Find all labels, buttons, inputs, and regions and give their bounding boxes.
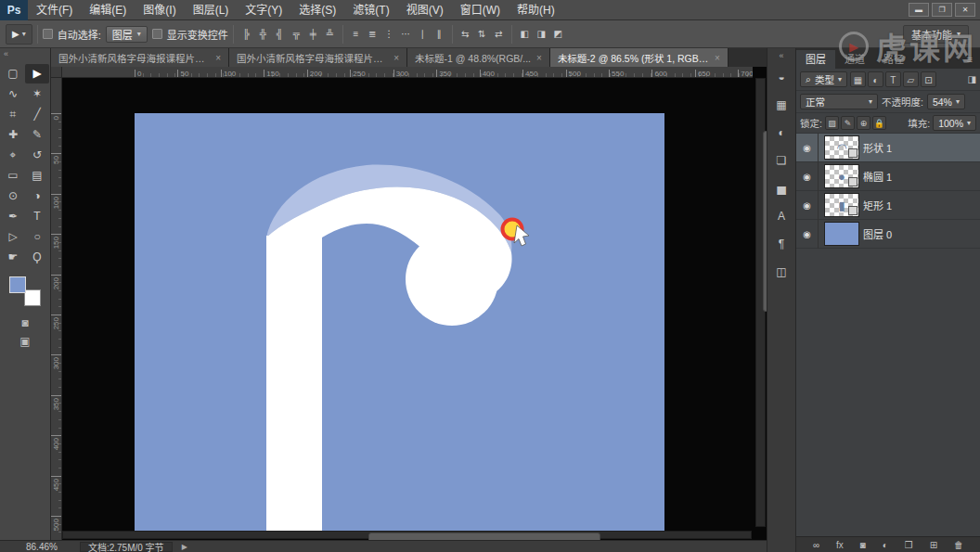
tab-close-icon[interactable]: × xyxy=(536,53,542,63)
vertical-scrollbar[interactable] xyxy=(755,78,766,527)
link-layers-icon[interactable]: ∞ xyxy=(813,537,819,552)
menu-item-6[interactable]: 滤镜(T) xyxy=(344,0,397,20)
layer-name[interactable]: 矩形 1 xyxy=(863,198,892,212)
menu-item-7[interactable]: 视图(V) xyxy=(398,0,452,20)
dodge-tool[interactable]: ◑ xyxy=(25,186,49,206)
document-tab-0[interactable]: 国外小清新风格字母海报课程片头.jpg × xyxy=(51,48,229,67)
vertical-ruler[interactable]: 0 50 100 150 200 250 300 350 400 450 500 xyxy=(51,78,62,540)
document-tab-2[interactable]: 未标题-1 @ 48.8%(RGB/... × xyxy=(407,48,550,67)
character-panel-icon[interactable]: A xyxy=(767,202,795,230)
distribute-icon-0[interactable]: ≡ xyxy=(348,26,364,42)
horizontal-scrollbar-thumb[interactable] xyxy=(368,533,600,540)
minimize-button[interactable]: ▬ xyxy=(909,3,929,17)
hand-tool[interactable]: ☛ xyxy=(1,248,25,267)
filter-type-layers-icon[interactable]: T xyxy=(885,71,901,87)
document-tab-1[interactable]: 国外小清新风格字母海报课程片尾.jpg × xyxy=(229,48,407,67)
ruler-origin-corner[interactable] xyxy=(51,67,62,78)
tab-close-icon[interactable]: × xyxy=(393,53,399,63)
paragraph-panel-icon[interactable]: ¶ xyxy=(767,230,795,258)
new-group-icon[interactable]: ❒ xyxy=(905,537,913,552)
close-button[interactable]: ✕ xyxy=(955,3,975,17)
layer-style-icon[interactable]: fx xyxy=(836,537,844,552)
auto-select-checkbox[interactable] xyxy=(43,29,53,39)
align-icon-2[interactable]: ╣ xyxy=(272,26,288,42)
filter-adjustment-layers-icon[interactable]: ◐ xyxy=(868,71,883,87)
layer-thumbnail[interactable]: ● xyxy=(824,164,859,188)
move-tool[interactable]: ▶ xyxy=(25,64,49,83)
pen-tool[interactable]: ✒ xyxy=(1,207,25,226)
layer-thumbnail[interactable]: ▮ xyxy=(824,193,859,217)
filter-shape-layers-icon[interactable]: ▱ xyxy=(903,71,919,87)
layer-row-3[interactable]: ◉ 图层 0 xyxy=(796,220,980,249)
foreground-color-swatch[interactable] xyxy=(9,276,26,293)
eraser-tool[interactable]: ▭ xyxy=(1,166,25,186)
auto-align-icon-1[interactable]: ⇅ xyxy=(474,26,490,42)
panels-collapse-icon[interactable]: « xyxy=(767,48,795,63)
filter-smart-object-icon[interactable]: ⊡ xyxy=(921,71,936,87)
align-icon-5[interactable]: ╩ xyxy=(322,26,338,42)
auto-select-target-dropdown[interactable]: 图层 ▾ xyxy=(106,26,148,43)
new-layer-icon[interactable]: ⊞ xyxy=(930,537,937,552)
styles-panel-icon[interactable]: ❏ xyxy=(767,147,795,174)
screen-mode-icon[interactable]: ▣ xyxy=(0,332,50,351)
quick-mask-icon[interactable]: ◙ xyxy=(0,314,50,332)
lock-all-icon[interactable]: 🔒 xyxy=(872,116,886,130)
layer-row-1[interactable]: ◉ ● 椭圆 1 xyxy=(796,162,980,191)
layer-filter-type-dropdown[interactable]: ⌕ 类型 ▾ xyxy=(800,71,847,87)
ellipse-tool[interactable]: ○ xyxy=(25,227,49,247)
tab-close-icon[interactable]: × xyxy=(715,53,720,63)
distribute-icon-5[interactable]: ∥ xyxy=(432,26,447,42)
menu-item-1[interactable]: 编辑(E) xyxy=(81,0,135,20)
menu-item-4[interactable]: 文字(Y) xyxy=(237,0,290,20)
type-tool[interactable]: T xyxy=(25,207,49,226)
tab-layers[interactable]: 图层 xyxy=(796,50,835,69)
fill-dropdown[interactable]: 100% ▾ xyxy=(933,115,976,131)
filter-pixel-layers-icon[interactable]: ▦ xyxy=(850,71,866,87)
healing-brush-tool[interactable]: ✚ xyxy=(1,125,25,145)
auto-align-icon-2[interactable]: ⇄ xyxy=(491,26,507,42)
distribute-icon-2[interactable]: ⋮ xyxy=(381,26,397,42)
menu-item-0[interactable]: 文件(F) xyxy=(28,0,81,20)
layer-name[interactable]: 图层 0 xyxy=(863,226,892,241)
color-panel-icon[interactable]: ◒ xyxy=(767,63,795,91)
document-tab-3[interactable]: 未标题-2 @ 86.5% (形状 1, RGB/8)* × xyxy=(550,48,729,67)
align-icon-4[interactable]: ╪ xyxy=(305,26,321,42)
toolbox-collapse-icon[interactable]: « xyxy=(0,48,50,62)
workspace-switcher[interactable]: 基本功能 ▾ xyxy=(903,25,969,44)
lock-transparency-icon[interactable]: ▨ xyxy=(825,116,839,130)
menu-item-8[interactable]: 窗口(W) xyxy=(452,0,509,20)
layer-row-2[interactable]: ◉ ▮ 矩形 1 xyxy=(796,191,980,220)
path-selection-tool[interactable]: ▷ xyxy=(1,227,25,247)
horizontal-ruler[interactable]: 0 50 100 150 200 250 300 350 400 450 500… xyxy=(62,67,753,78)
align-icon-3[interactable]: ╦ xyxy=(289,26,304,42)
layer-name[interactable]: 椭圆 1 xyxy=(863,169,892,184)
layer-thumbnail[interactable] xyxy=(824,222,859,246)
panel-menu-icon[interactable]: ≡ xyxy=(960,50,980,69)
layer-visibility-icon[interactable]: ◉ xyxy=(796,220,819,249)
canvas-area[interactable]: 0 50 100 150 200 250 300 350 400 450 500… xyxy=(51,67,767,540)
threed-mode-icon-0[interactable]: ◧ xyxy=(517,26,533,42)
crop-tool[interactable]: ⌗ xyxy=(1,105,25,124)
tab-close-icon[interactable]: × xyxy=(215,53,221,63)
tool-preset-picker[interactable]: ▶ ▾ xyxy=(6,24,32,45)
layer-visibility-icon[interactable]: ◉ xyxy=(796,162,819,191)
blur-tool[interactable]: ⊙ xyxy=(1,186,25,206)
quick-selection-tool[interactable]: ✶ xyxy=(25,84,49,104)
distribute-icon-3[interactable]: ⋯ xyxy=(398,26,414,42)
lasso-tool[interactable]: ∿ xyxy=(1,84,25,104)
rectangular-marquee-tool[interactable]: ▢ xyxy=(1,64,25,83)
zoom-level-field[interactable]: 86.46% xyxy=(26,542,58,552)
horizontal-scrollbar[interactable] xyxy=(62,531,752,539)
layer-thumbnail[interactable]: ◠ xyxy=(824,135,859,160)
threed-mode-icon-2[interactable]: ◩ xyxy=(550,26,566,42)
layer-name[interactable]: 形状 1 xyxy=(863,140,892,155)
align-icon-1[interactable]: ╬ xyxy=(255,26,271,42)
distribute-icon-4[interactable]: ∣ xyxy=(415,26,431,42)
tab-channels[interactable]: 通道 xyxy=(835,50,874,69)
menu-item-3[interactable]: 图层(L) xyxy=(185,0,238,20)
document-canvas[interactable] xyxy=(135,113,664,538)
gradient-tool[interactable]: ▤ xyxy=(25,166,49,186)
adjustments-panel-icon[interactable]: ◐ xyxy=(767,119,795,147)
layer-row-0[interactable]: ◉ ◠ 形状 1 xyxy=(796,134,980,162)
menu-item-9[interactable]: 帮助(H) xyxy=(509,0,563,20)
